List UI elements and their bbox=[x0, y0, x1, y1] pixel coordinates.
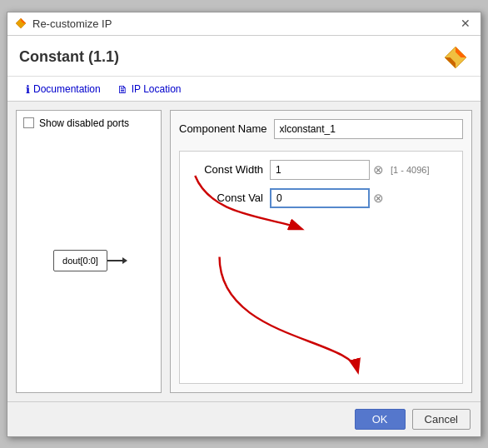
dialog: Re-customize IP ✕ Constant (1.1) ℹ Docum… bbox=[7, 12, 481, 437]
show-disabled-ports-row: Show disabled ports bbox=[23, 117, 154, 129]
title-bar-left: Re-customize IP bbox=[14, 17, 112, 30]
header-title: Constant (1.1) bbox=[19, 48, 119, 66]
header-area: Constant (1.1) bbox=[7, 36, 481, 77]
const-width-input[interactable] bbox=[270, 160, 370, 180]
const-width-range: [1 - 4096] bbox=[391, 165, 429, 175]
port-arrow bbox=[107, 260, 124, 261]
vivado-logo bbox=[442, 44, 469, 71]
comp-name-label: Component Name bbox=[179, 122, 267, 135]
block-label: dout[0:0] bbox=[62, 256, 98, 266]
block-diagram: dout[0:0] bbox=[53, 250, 124, 271]
footer: OK Cancel bbox=[7, 401, 481, 436]
block-box: dout[0:0] bbox=[53, 250, 107, 271]
left-panel: Show disabled ports dout[0:0] bbox=[16, 110, 162, 393]
title-bar: Re-customize IP ✕ bbox=[7, 12, 481, 36]
vivado-title-icon bbox=[14, 17, 27, 30]
ok-button[interactable]: OK bbox=[355, 409, 406, 430]
comp-name-row: Component Name bbox=[179, 119, 463, 139]
cancel-button[interactable]: Cancel bbox=[412, 409, 471, 430]
right-panel: Component Name Const Width ⊗ [1 - 4096] … bbox=[170, 110, 472, 393]
comp-name-input[interactable] bbox=[274, 119, 464, 139]
tab-documentation[interactable]: ℹ Documentation bbox=[19, 80, 107, 101]
const-val-clear-button[interactable]: ⊗ bbox=[373, 192, 384, 204]
show-disabled-ports-label: Show disabled ports bbox=[39, 117, 129, 129]
const-val-input[interactable] bbox=[270, 188, 370, 208]
doc-icon: 🗎 bbox=[117, 83, 128, 96]
tab-documentation-label: Documentation bbox=[33, 83, 101, 95]
const-val-row: Const Val ⊗ bbox=[188, 188, 454, 208]
const-val-input-wrap: ⊗ bbox=[270, 188, 384, 208]
close-button[interactable]: ✕ bbox=[457, 17, 474, 29]
const-width-input-wrap: ⊗ bbox=[270, 160, 384, 180]
show-disabled-ports-checkbox[interactable] bbox=[23, 117, 34, 128]
params-section: Const Width ⊗ [1 - 4096] Const Val ⊗ bbox=[179, 151, 463, 384]
const-width-clear-button[interactable]: ⊗ bbox=[373, 163, 384, 176]
const-width-row: Const Width ⊗ [1 - 4096] bbox=[188, 160, 454, 180]
tab-ip-location-label: IP Location bbox=[132, 83, 182, 95]
const-val-label: Const Val bbox=[188, 192, 263, 204]
port-diagram: dout[0:0] bbox=[23, 136, 154, 386]
tab-ip-location[interactable]: 🗎 IP Location bbox=[111, 80, 188, 101]
tabs-bar: ℹ Documentation 🗎 IP Location bbox=[7, 77, 481, 102]
dialog-title: Re-customize IP bbox=[32, 17, 112, 30]
const-width-label: Const Width bbox=[188, 163, 263, 176]
info-icon: ℹ bbox=[26, 83, 30, 96]
content-area: Show disabled ports dout[0:0] Component … bbox=[7, 102, 481, 401]
